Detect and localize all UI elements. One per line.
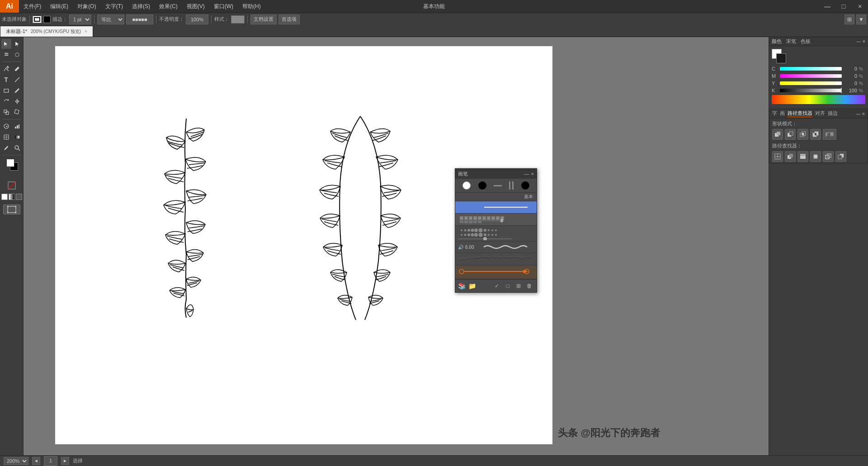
opacity-input[interactable] [186, 14, 208, 24]
document-tab[interactable]: 未标题-1* 200% (CMYK/GPU 预览) × [0, 26, 93, 37]
outline-btn[interactable] [823, 151, 834, 162]
menu-select[interactable]: 选择(S) [127, 0, 155, 13]
color-panel-menu[interactable]: ≡ [863, 39, 865, 44]
merge-btn[interactable] [797, 151, 808, 162]
rotate-tool[interactable] [1, 96, 11, 106]
brush-library-icon[interactable]: 📚 [458, 282, 466, 290]
zoom-tool[interactable] [12, 143, 22, 153]
menu-object[interactable]: 对象(O) [73, 0, 100, 13]
brush-delete-btn[interactable]: 🗑 [525, 281, 534, 290]
free-transform-tool[interactable] [12, 107, 22, 117]
menu-file[interactable]: 文件(F) [19, 0, 46, 13]
y-slider[interactable] [780, 81, 842, 85]
menu-edit[interactable]: 编辑(E) [46, 0, 73, 13]
intersect-btn[interactable] [797, 129, 808, 140]
minus-front-btn[interactable] [785, 129, 796, 140]
brush-item-calligraphy[interactable] [455, 214, 537, 226]
solid-color-btn[interactable] [1, 194, 8, 200]
pf-tab-stroke[interactable]: 描边 [828, 110, 838, 117]
doc-setup-button[interactable]: 文档设置 [250, 14, 277, 24]
menu-view[interactable]: 视图(V) [182, 0, 209, 13]
direct-selection-tool[interactable] [12, 39, 22, 49]
gradient-btn[interactable] [9, 194, 15, 200]
menu-type[interactable]: 文字(T) [101, 0, 127, 13]
pen-tool[interactable] [1, 64, 11, 74]
paintbrush-tool[interactable] [12, 86, 22, 95]
brush-panel-close[interactable]: × [531, 171, 534, 176]
maximize-button[interactable]: □ [835, 0, 852, 13]
graph-tool[interactable] [12, 121, 22, 131]
stroke-panel-tab[interactable]: 宋笔 [786, 38, 796, 45]
brush-preset-5[interactable] [521, 181, 529, 190]
m-slider[interactable] [780, 74, 842, 78]
pf-collapse[interactable]: — [856, 111, 860, 116]
pf-tab-paint[interactable]: 画 [780, 110, 785, 117]
minimize-button[interactable]: — [819, 0, 835, 13]
fill-color[interactable] [6, 159, 14, 167]
symbol-tool[interactable]: ✦ [1, 121, 11, 131]
brush-item-1[interactable] [455, 201, 537, 214]
menu-window[interactable]: 窗口(W) [209, 0, 238, 13]
align-options-icon[interactable]: ▼ [856, 14, 866, 24]
preferences-button[interactable]: 首选项 [278, 14, 300, 24]
next-page-btn[interactable]: ► [61, 457, 69, 465]
pf-menu[interactable]: ≡ [862, 111, 865, 116]
color-panel-collapse[interactable]: — [856, 39, 861, 44]
lasso-tool[interactable] [12, 50, 22, 60]
expand-btn[interactable]: 扩展 [823, 129, 836, 140]
color-spectrum[interactable] [772, 95, 865, 104]
gradient-tool[interactable] [12, 132, 22, 142]
stroke-color-swatch[interactable] [33, 16, 42, 23]
brush-item-arrow[interactable] [455, 266, 537, 279]
menu-help[interactable]: 帮助(H) [238, 0, 265, 13]
align-left-icon[interactable]: ⊞ [844, 14, 854, 24]
style-swatch[interactable] [231, 15, 245, 24]
pf-tab-align[interactable]: 对齐 [815, 110, 825, 117]
mesh-tool[interactable] [1, 132, 11, 142]
brush-preset-4[interactable] [509, 181, 514, 190]
reflect-tool[interactable] [12, 96, 22, 106]
c-slider[interactable] [780, 67, 842, 71]
crop-btn[interactable] [810, 151, 821, 162]
unite-btn[interactable] [772, 129, 783, 140]
brush-new-btn[interactable]: □ [503, 281, 512, 290]
warp-tool[interactable] [1, 50, 11, 60]
scale-tool[interactable] [1, 107, 11, 117]
brush-item-dots[interactable] [455, 226, 537, 242]
stroke-option-select[interactable]: 等比 [97, 14, 124, 24]
tab-close-button[interactable]: × [85, 29, 87, 34]
brush-folder-icon[interactable]: 📁 [468, 282, 476, 290]
type-tool[interactable]: T [1, 75, 11, 85]
artboard-tool[interactable] [3, 204, 20, 214]
brush-preset-2[interactable] [478, 181, 486, 190]
pf-tab-type[interactable]: 字 [772, 110, 777, 117]
brush-item-rough[interactable] [455, 253, 537, 266]
selection-tool[interactable] [1, 39, 11, 49]
brush-preset-1[interactable] [462, 181, 471, 190]
brush-panel-minimize[interactable]: — [524, 171, 529, 176]
page-number-input[interactable] [44, 456, 57, 466]
rectangle-tool[interactable] [1, 86, 11, 95]
swatches-panel-tab[interactable]: 色板 [801, 38, 811, 45]
brush-check-btn[interactable]: ✓ [492, 281, 501, 290]
brush-preset-3[interactable] [494, 185, 502, 186]
none-btn[interactable] [16, 194, 22, 200]
stroke-width-select[interactable]: 1 pt [69, 14, 91, 24]
divide-btn[interactable] [772, 151, 783, 162]
exclude-btn[interactable] [810, 129, 821, 140]
line-tool[interactable] [12, 75, 22, 85]
trim-btn[interactable] [785, 151, 796, 162]
canvas-area[interactable]: 画笔 — × 基本 [24, 37, 769, 455]
prev-page-btn[interactable]: ◄ [32, 457, 40, 465]
brush-item-wavy[interactable]: 🔊 6.00 [455, 242, 537, 253]
menu-effect[interactable]: 效果(C) [155, 0, 182, 13]
color-bg-swatch[interactable] [776, 53, 786, 63]
brush-duplicate-btn[interactable]: ⊞ [514, 281, 523, 290]
k-slider[interactable] [780, 89, 842, 92]
pf-tab-pathfinder[interactable]: 路径查找器 [788, 110, 812, 117]
minus-back-btn[interactable] [835, 151, 846, 162]
fill-color-swatch[interactable] [43, 16, 51, 23]
close-button[interactable]: × [852, 0, 868, 13]
stroke-style-input[interactable] [126, 14, 153, 24]
eyedropper-tool[interactable] [1, 143, 11, 153]
